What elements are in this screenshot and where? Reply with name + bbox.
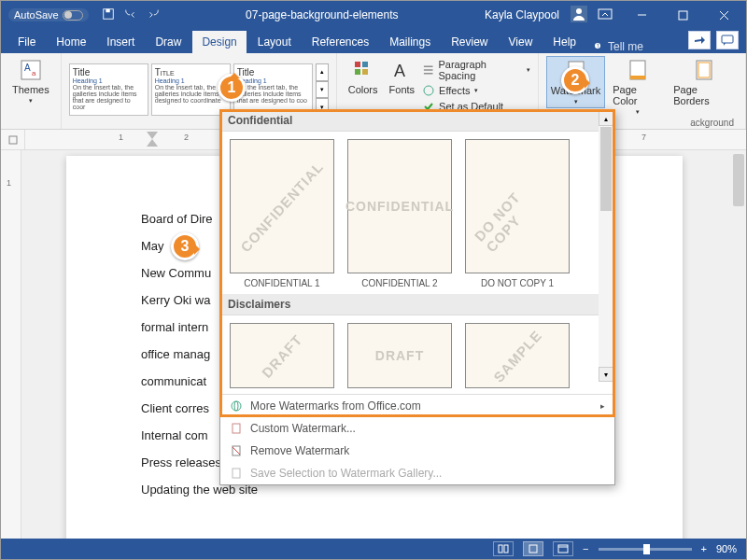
print-layout-icon[interactable]: [523, 541, 543, 556]
watermark-option-draft-2[interactable]: DRAFT: [347, 323, 452, 388]
gallery-down-icon[interactable]: ▾: [316, 81, 329, 99]
svg-rect-6: [679, 11, 687, 20]
zoom-in-icon[interactable]: +: [701, 543, 707, 554]
tab-references[interactable]: References: [303, 31, 378, 53]
svg-point-24: [424, 86, 433, 95]
svg-point-34: [232, 401, 241, 411]
callout-3: 3: [171, 232, 199, 260]
effects-button[interactable]: Effects▾: [422, 83, 530, 98]
more-watermarks-menu[interactable]: More Watermarks from Office.com▸: [220, 395, 614, 417]
colors-button[interactable]: Colors: [345, 56, 382, 97]
save-icon: [230, 467, 243, 480]
svg-rect-41: [504, 545, 508, 553]
svg-rect-16: [355, 62, 360, 67]
tell-me-search[interactable]: Tell me: [593, 40, 643, 53]
vertical-scrollbar[interactable]: [731, 150, 746, 539]
svg-rect-36: [233, 424, 240, 433]
svg-rect-19: [362, 69, 368, 75]
svg-rect-43: [558, 545, 568, 553]
svg-rect-40: [499, 545, 502, 553]
tab-view[interactable]: View: [500, 31, 543, 53]
svg-text:A: A: [394, 62, 405, 80]
tab-design[interactable]: Design: [192, 31, 246, 53]
fonts-button[interactable]: AFonts: [386, 56, 419, 97]
callout-1: 1: [218, 74, 246, 102]
document-formatting-gallery[interactable]: TitleHeading 1On the insert tab, the gal…: [69, 63, 329, 116]
save-watermark-menu: Save Selection to Watermark Gallery...: [220, 462, 614, 484]
close-button[interactable]: [705, 1, 742, 29]
svg-rect-4: [599, 9, 612, 19]
maximize-button[interactable]: [664, 1, 701, 29]
paragraph-spacing-button[interactable]: Paragraph Spacing▾: [422, 58, 530, 82]
page-icon: [230, 422, 243, 435]
user-name[interactable]: Kayla Claypool: [485, 8, 559, 21]
save-icon[interactable]: [102, 7, 115, 23]
tab-file[interactable]: File: [8, 31, 45, 53]
custom-watermark-menu[interactable]: Custom Watermark...: [220, 417, 614, 440]
svg-text:A: A: [24, 63, 31, 73]
tab-insert[interactable]: Insert: [97, 31, 144, 53]
watermark-category: Disclaimers: [220, 294, 614, 315]
document-title: 07-page-background-elements: [160, 8, 485, 21]
minimize-button[interactable]: [623, 1, 660, 29]
svg-rect-18: [355, 69, 360, 75]
web-layout-icon[interactable]: [553, 541, 573, 556]
autosave-toggle[interactable]: AutoSave: [8, 8, 89, 21]
comments-button[interactable]: [716, 31, 739, 49]
redo-icon[interactable]: [147, 7, 160, 23]
svg-rect-28: [630, 76, 645, 79]
watermark-category: Confidential: [220, 110, 614, 132]
tab-draw[interactable]: Draw: [146, 31, 190, 53]
vertical-ruler[interactable]: 1: [1, 150, 21, 539]
svg-text:a: a: [32, 69, 36, 77]
svg-rect-39: [233, 469, 240, 478]
svg-point-11: [598, 44, 599, 45]
zoom-level[interactable]: 90%: [716, 543, 737, 554]
watermark-option-do-not-copy-1[interactable]: DO NOT COPY DO NOT COPY 1: [465, 139, 570, 288]
gallery-scrollbar[interactable]: ▴ ▾: [599, 111, 613, 382]
page-color-button[interactable]: Page Color▾: [609, 56, 666, 118]
svg-rect-17: [362, 62, 368, 67]
watermark-option-draft-1[interactable]: DRAFT: [230, 323, 334, 388]
svg-rect-1: [106, 8, 109, 12]
callout-2: 2: [561, 66, 589, 94]
zoom-out-icon[interactable]: −: [583, 543, 588, 554]
status-bar: − + 90%: [1, 539, 746, 559]
ribbon-options-icon[interactable]: [597, 7, 613, 23]
zoom-slider[interactable]: [599, 548, 692, 551]
svg-rect-42: [529, 545, 537, 553]
tab-layout[interactable]: Layout: [248, 31, 301, 53]
undo-icon[interactable]: [124, 7, 137, 23]
tab-review[interactable]: Review: [442, 31, 497, 53]
watermark-gallery-dropdown: Confidential CONFIDENTIAL CONFIDENTIAL 1…: [219, 109, 615, 485]
ribbon-tabs: File Home Insert Draw Design Layout Refe…: [1, 29, 746, 53]
svg-rect-12: [722, 35, 733, 43]
tab-home[interactable]: Home: [47, 31, 95, 53]
remove-icon: [230, 444, 243, 457]
user-avatar-icon[interactable]: [571, 6, 587, 25]
read-mode-icon[interactable]: [493, 541, 514, 556]
share-button[interactable]: [688, 31, 711, 49]
svg-marker-33: [147, 132, 158, 139]
themes-button[interactable]: Aa Themes▾: [8, 56, 53, 106]
svg-point-3: [576, 8, 582, 14]
page-borders-button[interactable]: Page Borders: [669, 56, 738, 108]
svg-rect-31: [9, 136, 17, 144]
watermark-option-confidential-2[interactable]: CONFIDENTIAL CONFIDENTIAL 2: [347, 139, 452, 288]
tab-mailings[interactable]: Mailings: [380, 31, 440, 53]
svg-point-35: [234, 401, 238, 411]
tab-help[interactable]: Help: [543, 31, 585, 53]
watermark-option-confidential-1[interactable]: CONFIDENTIAL CONFIDENTIAL 1: [230, 139, 334, 288]
remove-watermark-menu[interactable]: Remove Watermark: [220, 440, 614, 462]
title-bar: AutoSave 07-page-background-elements Kay…: [1, 1, 746, 29]
globe-icon: [230, 399, 243, 413]
gallery-up-icon[interactable]: ▴: [316, 63, 329, 81]
watermark-option-sample-1[interactable]: SAMPLE: [465, 323, 570, 388]
